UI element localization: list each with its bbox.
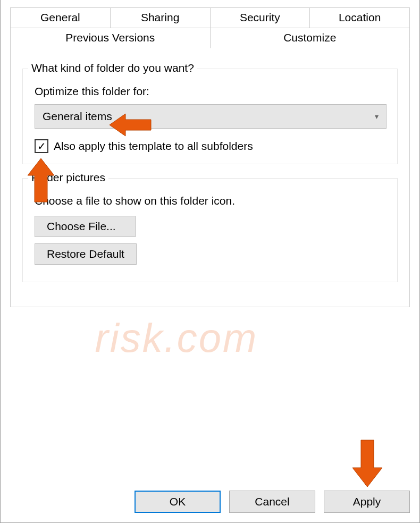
apply-subfolders-row: ✓ Also apply this template to all subfol… [35,139,387,153]
optimize-select[interactable]: General items ▾ [35,104,387,129]
apply-subfolders-checkbox[interactable]: ✓ [35,139,48,153]
tab-customize[interactable]: Customize [210,28,410,48]
optimize-select-value: General items [43,110,112,123]
folder-pictures-desc: Choose a file to show on this folder ico… [35,195,387,207]
dialog-button-row: OK Cancel Apply [1,484,419,522]
tab-row-2: Previous Versions Customize [10,28,410,48]
tab-security[interactable]: Security [210,7,310,28]
tab-panel-customize: What kind of folder do you want? Optimiz… [10,48,410,307]
restore-default-button[interactable]: Restore Default [35,243,137,265]
folder-properties-dialog: PC risk.com General Sharing Security Loc… [0,0,420,523]
group-folder-pictures: Folder pictures Choose a file to show on… [22,178,398,282]
apply-button[interactable]: Apply [324,491,410,513]
cancel-button[interactable]: Cancel [229,491,315,513]
group-folder-kind: What kind of folder do you want? Optimiz… [22,69,398,164]
choose-file-button[interactable]: Choose File... [35,216,136,237]
ok-button[interactable]: OK [135,491,221,513]
tab-sharing[interactable]: Sharing [110,7,211,28]
chevron-down-icon: ▾ [375,112,379,121]
tab-location[interactable]: Location [309,7,410,28]
group-folder-kind-legend: What kind of folder do you want? [28,62,197,74]
tab-row-1: General Sharing Security Location [10,7,410,28]
checkmark-icon: ✓ [37,141,46,151]
optimize-label: Optimize this folder for: [35,85,387,98]
tab-general[interactable]: General [10,7,111,28]
group-folder-pictures-legend: Folder pictures [28,171,108,184]
tab-previous-versions[interactable]: Previous Versions [10,28,211,48]
tab-area: General Sharing Security Location Previo… [1,0,419,484]
apply-subfolders-label: Also apply this template to all subfolde… [54,140,253,153]
